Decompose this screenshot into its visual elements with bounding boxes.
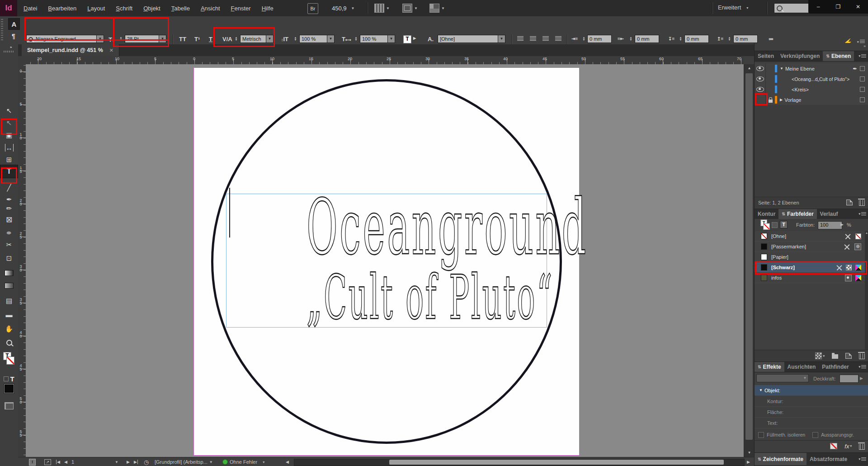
hand-tool[interactable]: ✋: [0, 323, 18, 335]
text-toggle-button[interactable]: T: [780, 221, 788, 228]
menu-objekt[interactable]: Objekt: [143, 5, 160, 12]
new-swatch-icon[interactable]: [845, 353, 852, 359]
zoom-level-dropdown[interactable]: 450,9 ▼: [329, 3, 370, 13]
panel-menu-icon[interactable]: ▾: [859, 209, 868, 219]
swatches-scrollbar[interactable]: ▲: [865, 231, 868, 350]
rectangle-frame-tool[interactable]: ⊠: [0, 214, 18, 225]
clear-effects-icon[interactable]: [830, 443, 837, 449]
zoom-tool[interactable]: [0, 337, 18, 348]
lock-toggle[interactable]: [766, 84, 775, 95]
character-formatting-button[interactable]: A: [8, 18, 20, 30]
visibility-toggle[interactable]: [755, 63, 766, 74]
align-left-button[interactable]: [517, 36, 524, 41]
horizontal-scrollbar[interactable]: [294, 459, 745, 466]
text-fill-swatch[interactable]: T: [403, 35, 411, 43]
font-size-stepper[interactable]: ▲▼: [118, 35, 123, 43]
direct-selection-tool[interactable]: ↖: [0, 117, 18, 129]
indent-left-field[interactable]: 0 mm: [587, 35, 612, 43]
font-family-field[interactable]: Niagara Engraved▼: [26, 35, 104, 43]
collapse-icon[interactable]: »: [10, 45, 12, 49]
apply-color-button[interactable]: [0, 383, 18, 395]
align-right-button[interactable]: [542, 36, 549, 41]
menu-hilfe[interactable]: Hilfe: [262, 5, 274, 12]
tab-zeichenformate[interactable]: Zeichenformate: [755, 453, 807, 466]
toolbar-grip[interactable]: [4, 51, 14, 52]
horizontal-scale-field[interactable]: 100 %▼: [360, 35, 395, 43]
trash-icon[interactable]: [859, 444, 865, 450]
menu-fenster[interactable]: Fenster: [231, 5, 251, 12]
scissors-tool[interactable]: ✂: [0, 239, 18, 251]
tab-seiten[interactable]: Seiten: [755, 51, 777, 61]
horizontal-ruler[interactable]: 20 15 10 5 0 5 10 15 20 25 30 35 40 45 5…: [26, 56, 744, 65]
screen-mode-tool[interactable]: [0, 400, 18, 412]
tint-field[interactable]: 100: [818, 221, 842, 229]
panel-menu-icon[interactable]: ▾: [859, 362, 868, 372]
scroll-left-button[interactable]: ◀: [286, 457, 289, 466]
tab-verlauf[interactable]: Verlauf: [817, 209, 841, 219]
gap-tool[interactable]: ↔: [0, 142, 18, 153]
visibility-toggle[interactable]: [755, 74, 766, 84]
arrange-documents-button[interactable]: ▼: [429, 4, 445, 13]
chevron-down-icon[interactable]: ▼: [327, 35, 334, 43]
visibility-toggle[interactable]: [755, 95, 766, 105]
kerning-field[interactable]: Metrisch▼: [240, 35, 274, 43]
kerning-stepper[interactable]: ▲▼: [234, 35, 239, 43]
menu-schrift[interactable]: Schrift: [116, 5, 132, 12]
close-button[interactable]: ✕: [848, 0, 868, 14]
layer-row-vorlage[interactable]: ▶ Vorlage: [755, 95, 868, 105]
view-options-button[interactable]: ▼: [374, 4, 390, 13]
export-button[interactable]: ↗: [44, 457, 51, 466]
last-page-button[interactable]: ▶: [134, 457, 138, 466]
measure-tool[interactable]: ▬: [0, 309, 18, 320]
paragraph-formatting-button[interactable]: ¶: [8, 31, 19, 42]
tab-absatzformate[interactable]: Absatzformate: [807, 453, 850, 466]
justify-left-button[interactable]: [555, 36, 561, 41]
chevron-down-icon[interactable]: ▼: [96, 35, 104, 43]
tab-farbfelder[interactable]: Farbfelder: [778, 209, 816, 219]
vertical-scroll-thumb[interactable]: [745, 73, 753, 440]
close-icon[interactable]: ✕: [109, 48, 113, 53]
font-size-field[interactable]: 28 Pt▼: [125, 35, 166, 43]
line-tool[interactable]: ╱: [0, 182, 18, 194]
layer-row-kreis[interactable]: <Kreis>: [755, 84, 868, 95]
minimize-button[interactable]: –: [808, 0, 828, 14]
chevron-down-icon[interactable]: ▼: [387, 35, 395, 43]
collapse-panels-icon[interactable]: »: [863, 44, 866, 48]
lock-toggle[interactable]: [766, 74, 775, 84]
workspace-switcher[interactable]: Erweitert ▾: [718, 4, 748, 11]
preflight-profile-dropdown[interactable]: [Grundprofil] (Arbeitsp... ▼: [155, 457, 213, 466]
fx-button[interactable]: fx▾: [844, 443, 852, 450]
effects-row-text[interactable]: Text:: [755, 418, 868, 428]
tab-verknuepfungen[interactable]: Verknüpfungen: [777, 51, 823, 61]
layer-target-square[interactable]: [860, 66, 865, 71]
note-tool[interactable]: ▤: [0, 295, 18, 307]
gradient-tool[interactable]: [0, 267, 18, 279]
horizontal-scroll-thumb[interactable]: [389, 460, 724, 465]
screen-mode-button[interactable]: ▼: [402, 4, 418, 13]
layer-target-square[interactable]: [860, 76, 865, 81]
effects-row-flaeche[interactable]: Fläche:: [755, 407, 868, 418]
swatch-row-schwarz[interactable]: [Schwarz]: [755, 262, 865, 273]
scroll-up-icon[interactable]: ▲: [865, 231, 868, 234]
restore-button[interactable]: ❐: [828, 0, 848, 14]
document-tab[interactable]: Stempel_rund.indd @ 451 % ✕: [22, 44, 119, 56]
container-toggle-button[interactable]: [772, 222, 778, 228]
tint-flyout-arrow[interactable]: ▶: [840, 222, 844, 227]
layer-target-square[interactable]: [860, 97, 865, 102]
expand-arrow-icon[interactable]: ▶: [780, 98, 783, 102]
tab-ebenen[interactable]: Ebenen: [823, 51, 854, 61]
selection-tool[interactable]: ↖: [0, 105, 18, 117]
swatch-row-passermarken[interactable]: [Passermarken] ⊕: [755, 242, 865, 252]
blend-mode-dropdown[interactable]: ▼: [756, 374, 809, 382]
tab-pathfinder[interactable]: Pathfinder: [819, 362, 852, 372]
chevron-down-icon[interactable]: ▼: [266, 35, 273, 43]
layer-row-meine-ebene[interactable]: ▼ Meine Ebene ✒: [755, 63, 868, 74]
all-caps-button[interactable]: TT: [179, 36, 186, 43]
scroll-right-button[interactable]: ▶: [747, 457, 750, 466]
ruler-origin[interactable]: [18, 56, 26, 65]
fill-flyout-arrow[interactable]: ▶: [413, 36, 416, 40]
character-style-field[interactable]: [Ohne]▼: [438, 35, 505, 43]
knockout-group-checkbox[interactable]: [812, 432, 818, 438]
underline-button[interactable]: T: [209, 36, 212, 43]
preflight-button[interactable]: !: [29, 457, 36, 466]
